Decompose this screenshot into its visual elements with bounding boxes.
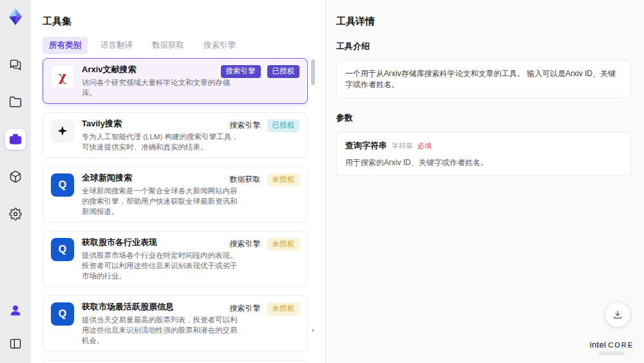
- tools-panel: 工具集 所有类别 语言翻译 数据获取 搜索引擎 χ Arxiv文献搜索 访问各个…: [31, 0, 325, 363]
- category-label: 搜索引擎: [230, 120, 261, 131]
- tool-text: Arxiv文献搜索 访问各个研究领域大量科学论文和文章的存储库。: [82, 64, 244, 98]
- tool-name: Arxiv文献搜索: [82, 64, 244, 75]
- sidebar-item-chat[interactable]: [5, 54, 26, 75]
- intel-core-logo: intelCORE: [590, 340, 634, 355]
- sidebar-item-files[interactable]: [5, 92, 26, 112]
- tool-text: 获取股市各行业表现 提供股票市场各个行业在特定时间段内的表现。投资者可以利用这些…: [82, 237, 244, 281]
- tool-card-regional-news[interactable]: 万维地区新闻查询 查询具体行政区划内的新闻，快速了解各地新闻动态 搜索引擎 未授…: [43, 360, 308, 363]
- folder-icon: [9, 95, 22, 108]
- scrollbar-thumb[interactable]: [311, 59, 315, 85]
- tool-meta: 搜索引擎 已授权: [221, 65, 300, 78]
- gem-logo-icon: [6, 8, 24, 26]
- param-type: 字符串: [392, 141, 413, 151]
- category-tabs: 所有类别 语言翻译 数据获取 搜索引擎: [43, 37, 242, 54]
- brand-sub-mark: [599, 351, 625, 355]
- brand-core: CORE: [608, 341, 634, 349]
- tool-name: Tavily搜索: [82, 118, 244, 130]
- tool-meta: 搜索引擎 未授权: [230, 302, 300, 315]
- sidebar-item-tools[interactable]: [5, 129, 26, 150]
- arxiv-chi-icon: χ: [51, 65, 74, 88]
- auth-status-badge: 未授权: [267, 173, 300, 186]
- tool-desc: 专为人工智能代理 (LLM) 构建的搜索引擎工具，可快速提供实时、准确和真实的结…: [82, 132, 244, 152]
- arxiv-glyph: χ: [58, 69, 66, 84]
- auth-status-badge: 未授权: [267, 238, 300, 251]
- app-logo[interactable]: [5, 6, 26, 27]
- tool-meta: 搜索引擎 已授权: [230, 119, 300, 132]
- params-section-header: 参数: [336, 112, 631, 124]
- rail-nav: [5, 54, 26, 224]
- tab-all-categories[interactable]: 所有类别: [43, 37, 88, 54]
- q-glyph: Q: [59, 308, 66, 320]
- left-rail: [0, 0, 31, 363]
- tool-card-global-news[interactable]: Q 全球新闻搜索 全球新闻搜索是一个聚合全球各大新闻网站内容的搜索引擎，帮助用户…: [43, 166, 308, 222]
- param-name: 查询字符串: [345, 140, 387, 152]
- panel-toggle-icon: [9, 337, 22, 350]
- tool-meta: 数据获取 未授权: [230, 173, 300, 186]
- chat-icon: [9, 58, 22, 71]
- tool-name: 全球新闻搜索: [82, 172, 244, 184]
- category-label: 搜索引擎: [230, 239, 261, 250]
- tool-desc: 访问各个研究领域大量科学论文和文章的存储库。: [82, 77, 244, 98]
- tool-desc: 提供当天交易量最高的股票列表，投资者可以利用这些信息来识别流动性强的股票和潜在的…: [82, 315, 244, 346]
- tool-card-active-stocks[interactable]: Q 获取市场最活跃股票信息 提供当天交易量最高的股票列表，投资者可以利用这些信息…: [43, 295, 308, 351]
- tool-desc: 提供股票市场各个行业在特定时间段内的表现。投资者可以利用这些信息来识别表现优于或…: [82, 250, 244, 281]
- stock-sector-icon: Q: [51, 238, 74, 261]
- tool-list: χ Arxiv文献搜索 访问各个研究领域大量科学论文和文章的存储库。 搜索引擎 …: [43, 58, 308, 363]
- category-label: 数据获取: [230, 174, 261, 185]
- scrollbar-down-arrow[interactable]: ▾: [310, 328, 316, 333]
- tool-desc: 全球新闻搜索是一个聚合全球各大新闻网站内容的搜索引擎，帮助用户快速获取全球最新资…: [82, 186, 244, 217]
- q-glyph: Q: [59, 179, 66, 191]
- tool-details-panel: 工具详情 工具介绍 一个用于从Arxiv存储库搜索科学论文和文章的工具。 输入可…: [325, 0, 644, 363]
- param-header-row: 查询字符串 字符串 必填: [345, 140, 622, 152]
- auth-status-badge: 未授权: [267, 302, 300, 315]
- tool-meta: 搜索引擎 未授权: [230, 238, 300, 251]
- tool-text: Tavily搜索 专为人工智能代理 (LLM) 构建的搜索引擎工具，可快速提供实…: [82, 118, 244, 152]
- tool-text: 获取市场最活跃股票信息 提供当天交易量最高的股票列表，投资者可以利用这些信息来识…: [82, 301, 244, 346]
- intro-text: 一个用于从Arxiv存储库搜索科学论文和文章的工具。 输入可以是Arxiv ID…: [345, 68, 622, 90]
- intro-section-header: 工具介绍: [336, 41, 631, 52]
- auth-status-badge: 已授权: [267, 119, 300, 132]
- tavily-star-icon: [51, 119, 74, 142]
- user-avatar-button[interactable]: [5, 300, 26, 320]
- tool-card-arxiv[interactable]: χ Arxiv文献搜索 访问各个研究领域大量科学论文和文章的存储库。 搜索引擎 …: [43, 58, 308, 104]
- tab-language-translation[interactable]: 语言翻译: [94, 37, 139, 54]
- param-card: 查询字符串 字符串 必填 用于搜索的Arxiv ID、关键字或作者姓名。: [336, 132, 631, 176]
- settings-gear-icon: [9, 208, 22, 221]
- toolbox-icon: [9, 133, 22, 146]
- param-required-flag: 必填: [417, 141, 431, 151]
- rail-bottom-nav: [5, 300, 26, 354]
- tool-name: 获取市场最活跃股票信息: [82, 301, 244, 313]
- param-desc: 用于搜索的Arxiv ID、关键字或作者姓名。: [345, 157, 622, 168]
- scrollbar[interactable]: ▾: [310, 58, 316, 359]
- package-icon: [9, 170, 22, 183]
- download-button[interactable]: [605, 302, 630, 327]
- user-icon: [9, 304, 22, 317]
- intro-card: 一个用于从Arxiv存储库搜索科学论文和文章的工具。 输入可以是Arxiv ID…: [336, 61, 631, 98]
- q-glyph: Q: [59, 244, 66, 255]
- tab-data-fetch[interactable]: 数据获取: [146, 37, 191, 54]
- brand-text: intelCORE: [590, 340, 634, 349]
- global-news-icon: Q: [51, 173, 74, 197]
- active-stocks-icon: Q: [51, 302, 74, 326]
- page-title: 工具集: [43, 15, 71, 28]
- details-title: 工具详情: [336, 15, 631, 28]
- tab-search-engine[interactable]: 搜索引擎: [197, 37, 242, 54]
- download-icon: [612, 309, 623, 320]
- brand-intel: intel: [590, 340, 606, 349]
- panel-toggle-button[interactable]: [5, 333, 26, 354]
- tool-name: 获取股市各行业表现: [82, 237, 244, 248]
- sidebar-item-packages[interactable]: [5, 166, 26, 187]
- category-label: 搜索引擎: [230, 303, 261, 314]
- tool-card-tavily[interactable]: Tavily搜索 专为人工智能代理 (LLM) 构建的搜索引擎工具，可快速提供实…: [43, 112, 308, 158]
- auth-status-badge: 已授权: [267, 65, 300, 78]
- category-badge: 搜索引擎: [221, 65, 261, 78]
- tool-text: 全球新闻搜索 全球新闻搜索是一个聚合全球各大新闻网站内容的搜索引擎，帮助用户快速…: [82, 172, 244, 217]
- tool-card-stock-sector[interactable]: Q 获取股市各行业表现 提供股票市场各个行业在特定时间段内的表现。投资者可以利用…: [43, 231, 308, 287]
- sidebar-item-settings[interactable]: [5, 204, 26, 224]
